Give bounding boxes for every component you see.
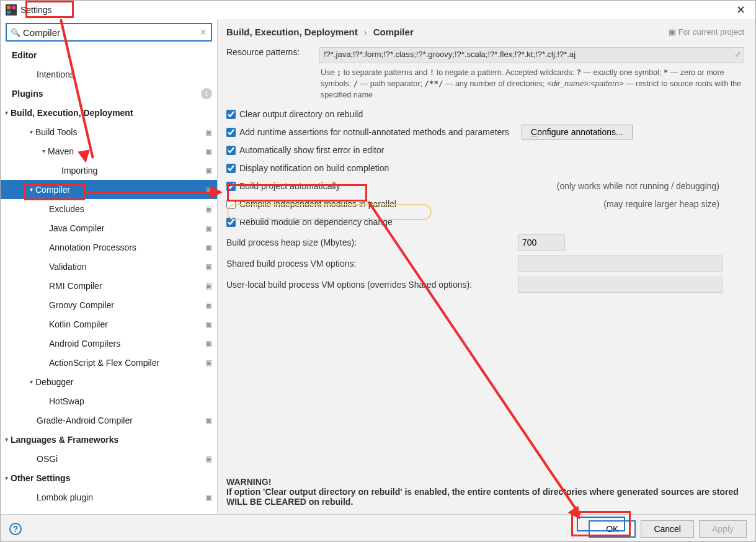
apply-button[interactable]: Apply xyxy=(699,520,747,538)
chevron-down-icon: ▾ xyxy=(39,148,48,154)
tree-item-groovy-compiler[interactable]: Groovy Compiler▣ xyxy=(1,295,217,314)
help-icon[interactable]: ? xyxy=(9,523,22,535)
tree-item-label: Gradle-Android Compiler xyxy=(37,415,133,425)
tree-item-label: Maven xyxy=(48,146,74,156)
resource-patterns-hint: Use ; to separate patterns and ! to nega… xyxy=(321,67,744,100)
shared-vm-label: Shared build process VM options: xyxy=(226,259,518,269)
close-icon[interactable]: ✕ xyxy=(731,2,750,18)
tree-item-excludes[interactable]: Excludes▣ xyxy=(1,199,217,218)
tree-item-debugger[interactable]: ▾Debugger xyxy=(1,372,217,391)
resource-patterns-input[interactable]: !?*.java;!?*.form;!?*.class;!?*.groovy;!… xyxy=(319,47,744,63)
badge: 1 xyxy=(201,88,212,99)
assertions-checkbox[interactable]: Add runtime assertions for notnull-annot… xyxy=(226,125,744,140)
project-icon: ▣ xyxy=(205,147,212,156)
tree-item-label: Lombok plugin xyxy=(37,492,93,502)
tree-item-label: Kotlin Compiler xyxy=(49,319,108,329)
tree-item-label: Annotation Processors xyxy=(49,242,136,252)
tree-item-label: RMI Compiler xyxy=(49,281,102,291)
project-icon: ▣ xyxy=(205,358,212,367)
tree-item-compiler[interactable]: ▾Compiler▣ xyxy=(1,180,217,199)
tree-item-label: Java Compiler xyxy=(49,223,104,233)
tree-item-editor[interactable]: Editor xyxy=(1,45,217,64)
tree-item-label: Plugins xyxy=(12,89,43,99)
tree-item-kotlin-compiler[interactable]: Kotlin Compiler▣ xyxy=(1,314,217,334)
svg-rect-1 xyxy=(7,6,11,9)
tree-item-label: ActionScript & Flex Compiler xyxy=(49,358,159,368)
expand-icon[interactable]: ⤢ xyxy=(734,50,741,59)
breadcrumb: Build, Execution, Deployment › Compiler … xyxy=(226,27,744,40)
search-input[interactable] xyxy=(23,27,207,38)
clear-icon[interactable]: ✕ xyxy=(200,27,207,37)
build-auto-checkbox[interactable]: Build project automatically (only works … xyxy=(226,179,744,193)
project-icon: ▣ xyxy=(205,493,212,502)
project-icon: ▣ xyxy=(669,27,676,37)
heap-size-label: Build process heap size (Mbytes): xyxy=(226,238,518,247)
project-icon: ▣ xyxy=(205,416,212,425)
tree-item-label: Build Tools xyxy=(35,127,77,137)
tree-item-intentions[interactable]: Intentions xyxy=(1,64,217,84)
tree-item-other-settings[interactable]: ▾Other Settings xyxy=(1,468,217,487)
tree-item-label: Debugger xyxy=(35,377,74,387)
resource-patterns-label: Resource patterns: xyxy=(226,47,313,57)
warning: WARNING! If option 'Clear output directo… xyxy=(226,477,744,507)
tree-item-label: Validation xyxy=(49,262,86,272)
settings-tree[interactable]: EditorIntentionsPlugins1▾Build, Executio… xyxy=(1,45,217,514)
project-icon: ▣ xyxy=(205,320,212,329)
title-bar: Settings ✕ xyxy=(1,1,755,19)
compile-parallel-checkbox[interactable]: Compile independent modules in parallel … xyxy=(226,197,744,211)
svg-rect-3 xyxy=(7,11,11,14)
project-icon: ▣ xyxy=(205,243,212,252)
tree-item-label: Build, Execution, Deployment xyxy=(11,108,133,118)
tree-item-hotswap[interactable]: HotSwap xyxy=(1,391,217,411)
tree-item-plugins[interactable]: Plugins1 xyxy=(1,84,217,103)
tree-item-maven[interactable]: ▾Maven▣ xyxy=(1,141,217,161)
tree-item-build-tools[interactable]: ▾Build Tools▣ xyxy=(1,122,217,141)
tree-item-android-compilers[interactable]: Android Compilers▣ xyxy=(1,334,217,353)
tree-item-java-compiler[interactable]: Java Compiler▣ xyxy=(1,218,217,238)
project-icon: ▣ xyxy=(205,185,212,194)
tree-item-validation[interactable]: Validation▣ xyxy=(1,257,217,276)
tree-item-lombok-plugin[interactable]: Lombok plugin▣ xyxy=(1,487,217,507)
user-vm-input[interactable] xyxy=(518,277,723,293)
chevron-down-icon: ▾ xyxy=(2,474,11,481)
tree-item-annotation-processors[interactable]: Annotation Processors▣ xyxy=(1,238,217,257)
heap-size-input[interactable] xyxy=(518,234,565,251)
chevron-down-icon: ▾ xyxy=(27,186,35,193)
search-box[interactable]: 🔍 ✕ xyxy=(6,23,212,42)
ok-button[interactable]: OK xyxy=(589,520,636,538)
chevron-down-icon: ▾ xyxy=(27,378,35,385)
tree-item-languages-frameworks[interactable]: ▾Languages & Frameworks xyxy=(1,430,217,449)
user-vm-label: User-local build process VM options (ove… xyxy=(226,280,518,290)
chevron-down-icon: ▾ xyxy=(27,128,35,135)
project-icon: ▣ xyxy=(205,455,212,463)
shared-vm-input[interactable] xyxy=(518,255,723,272)
tree-item-rmi-compiler[interactable]: RMI Compiler▣ xyxy=(1,276,217,295)
configure-annotations-button[interactable]: Configure annotations... xyxy=(522,125,633,140)
notification-checkbox[interactable]: Display notification on build completion xyxy=(226,161,744,175)
app-logo-icon xyxy=(6,4,17,16)
tree-item-label: Android Compilers xyxy=(49,339,120,349)
chevron-down-icon: ▾ xyxy=(2,109,11,116)
tree-item-label: OSGi xyxy=(37,454,58,464)
project-icon: ▣ xyxy=(205,301,212,309)
tree-item-label: Other Settings xyxy=(11,473,70,483)
tree-item-label: HotSwap xyxy=(49,396,84,406)
content-panel: Build, Execution, Deployment › Compiler … xyxy=(218,19,755,514)
chevron-down-icon: ▾ xyxy=(2,436,11,443)
project-icon: ▣ xyxy=(205,205,212,213)
cancel-button[interactable]: Cancel xyxy=(641,520,694,538)
tree-item-build-execution-deployment[interactable]: ▾Build, Execution, Deployment xyxy=(1,103,217,122)
first-error-checkbox[interactable]: Automatically show first error in editor xyxy=(226,143,744,158)
rebuild-dependency-checkbox[interactable]: Rebuild module on dependency change xyxy=(226,215,744,229)
tree-item-importing[interactable]: Importing▣ xyxy=(1,161,217,180)
project-icon: ▣ xyxy=(205,166,212,175)
tree-item-label: Compiler xyxy=(35,185,70,195)
tree-item-label: Intentions xyxy=(37,69,74,79)
tree-item-actionscript-flex-compiler[interactable]: ActionScript & Flex Compiler▣ xyxy=(1,353,217,372)
tree-item-gradle-android-compiler[interactable]: Gradle-Android Compiler▣ xyxy=(1,411,217,430)
project-icon: ▣ xyxy=(205,282,212,290)
clear-output-checkbox[interactable]: Clear output directory on rebuild xyxy=(226,107,744,122)
project-icon: ▣ xyxy=(205,128,212,136)
compile-parallel-aside: (may require larger heap size) xyxy=(603,199,744,209)
tree-item-osgi[interactable]: OSGi▣ xyxy=(1,449,217,468)
